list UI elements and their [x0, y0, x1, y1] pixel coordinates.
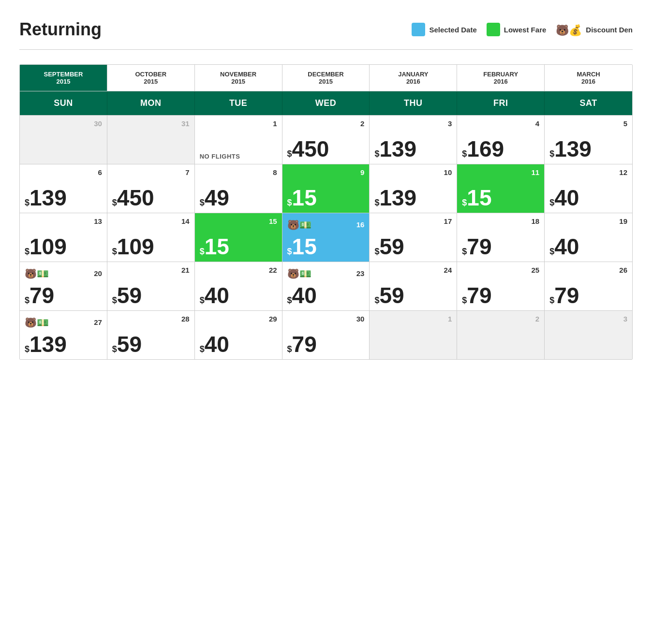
day-cell-4-4: 1 [370, 311, 457, 359]
fare-amount: 79 [554, 284, 579, 307]
fare-price: $59 [112, 333, 190, 355]
day-header-thu: THU [370, 91, 457, 115]
fare-price: $109 [112, 235, 190, 258]
fare-amount: 15 [292, 235, 317, 258]
discount-den-cell-icon: 🐻💵 [25, 268, 49, 279]
fare-amount: 40 [205, 333, 229, 355]
day-cell-0-3[interactable]: 2$450 [282, 116, 370, 164]
legend-selected-date: Selected Date [412, 23, 476, 36]
day-cell-2-1[interactable]: 14$109 [107, 213, 195, 262]
fare-dollar: $ [462, 197, 467, 209]
day-cell-4-1[interactable]: 28$59 [107, 311, 195, 359]
day-cell-1-5[interactable]: 11$15 [457, 164, 545, 213]
fare-amount: 109 [30, 235, 67, 258]
month-header-1: OCTOBER2015 [107, 65, 195, 91]
day-cell-1-1[interactable]: 7$450 [107, 164, 195, 213]
month-header-4: JANUARY2016 [370, 65, 457, 91]
legend: Selected Date Lowest Fare 🐻‍💰 Discount D… [412, 22, 633, 37]
day-cell-4-2[interactable]: 29$40 [195, 311, 282, 359]
day-cell-1-2[interactable]: 8$49 [195, 164, 282, 213]
day-cell-3-6[interactable]: 26$79 [545, 262, 632, 310]
fare-price: $49 [200, 187, 277, 209]
month-header-3: DECEMBER2015 [282, 65, 370, 91]
day-number: 3 [448, 119, 452, 128]
day-cell-1-4[interactable]: 10$139 [370, 164, 457, 213]
fare-dollar: $ [112, 343, 117, 355]
fare-price: $59 [374, 235, 452, 258]
day-cell-0-1: 31 [107, 116, 195, 164]
divider [19, 49, 633, 50]
fare-amount: 169 [467, 138, 504, 160]
day-number: 2 [360, 119, 364, 128]
fare-dollar: $ [374, 197, 379, 209]
week-row-3: 🐻💵20$7921$5922$40🐻💵23$4024$5925$7926$79 [20, 262, 632, 310]
day-header-tue: TUE [195, 91, 282, 115]
day-number: 26 [619, 266, 627, 274]
fare-dollar: $ [462, 294, 467, 307]
day-header-wed: WED [282, 91, 370, 115]
fare-dollar: $ [374, 148, 379, 160]
fare-dollar: $ [25, 294, 30, 307]
month-header-6: MARCH2016 [545, 65, 632, 91]
day-cell-2-4[interactable]: 17$59 [370, 213, 457, 262]
day-cell-0-2[interactable]: 1NO FLIGHTS [195, 116, 282, 164]
day-cell-3-1[interactable]: 21$59 [107, 262, 195, 310]
day-cell-3-2[interactable]: 22$40 [195, 262, 282, 310]
fare-dollar: $ [200, 343, 205, 355]
day-cell-0-0: 30 [20, 116, 107, 164]
day-cell-4-0[interactable]: 🐻💵27$139 [20, 311, 107, 359]
day-cell-0-6[interactable]: 5$139 [545, 116, 632, 164]
day-cell-2-2[interactable]: 15$15 [195, 213, 282, 262]
fare-dollar: $ [374, 246, 379, 258]
day-cell-3-0[interactable]: 🐻💵20$79 [20, 262, 107, 310]
day-cell-3-4[interactable]: 24$59 [370, 262, 457, 310]
day-number: 13 [94, 217, 102, 225]
day-cell-0-5[interactable]: 4$169 [457, 116, 545, 164]
fare-price: $40 [549, 187, 627, 209]
day-cell-4-3[interactable]: 30$79 [282, 311, 370, 359]
day-cell-1-0[interactable]: 6$139 [20, 164, 107, 213]
fare-dollar: $ [287, 343, 292, 355]
week-row-4: 🐻💵27$13928$5929$4030$79123 [20, 310, 632, 359]
day-cell-2-0[interactable]: 13$109 [20, 213, 107, 262]
week-row-1: 6$1397$4508$499$1510$13911$1512$40 [20, 164, 632, 213]
day-number: 23 [356, 269, 365, 278]
fare-price: $450 [287, 138, 365, 160]
fare-price: $40 [200, 333, 277, 355]
lowest-fare-label: Lowest Fare [504, 26, 547, 34]
fare-dollar: $ [549, 294, 554, 307]
fare-price: $79 [462, 284, 539, 307]
day-number: 1 [448, 315, 452, 323]
fare-amount: 40 [554, 187, 579, 209]
week-row-0: 30311NO FLIGHTS2$4503$1394$1695$139 [20, 115, 632, 164]
fare-amount: 139 [379, 187, 416, 209]
fare-amount: 139 [554, 138, 592, 160]
fare-amount: 59 [379, 284, 404, 307]
fare-amount: 40 [554, 235, 579, 258]
fare-price: $79 [462, 235, 539, 258]
no-flights-label: NO FLIGHTS [200, 153, 277, 160]
fare-dollar: $ [462, 148, 467, 160]
fare-price: $139 [549, 138, 627, 160]
day-cell-2-6[interactable]: 19$40 [545, 213, 632, 262]
fare-price: $109 [25, 235, 102, 258]
day-number: 4 [535, 119, 539, 128]
day-cell-1-6[interactable]: 12$40 [545, 164, 632, 213]
day-cell-1-3[interactable]: 9$15 [282, 164, 370, 213]
fare-price: $40 [549, 235, 627, 258]
day-cell-2-3[interactable]: 🐻💵16$15 [282, 213, 370, 262]
discount-den-cell-icon: 🐻💵 [287, 268, 311, 279]
day-header-fri: FRI [457, 91, 545, 115]
day-cell-3-3[interactable]: 🐻💵23$40 [282, 262, 370, 310]
fare-amount: 139 [30, 187, 67, 209]
day-cell-3-5[interactable]: 25$79 [457, 262, 545, 310]
fare-amount: 139 [379, 138, 416, 160]
day-number: 28 [181, 315, 190, 323]
fare-dollar: $ [200, 294, 205, 307]
fare-amount: 15 [205, 235, 229, 258]
fare-amount: 79 [30, 284, 54, 307]
fare-price: $79 [549, 284, 627, 307]
day-cell-2-5[interactable]: 18$79 [457, 213, 545, 262]
day-number: 16 [356, 220, 365, 229]
day-cell-0-4[interactable]: 3$139 [370, 116, 457, 164]
